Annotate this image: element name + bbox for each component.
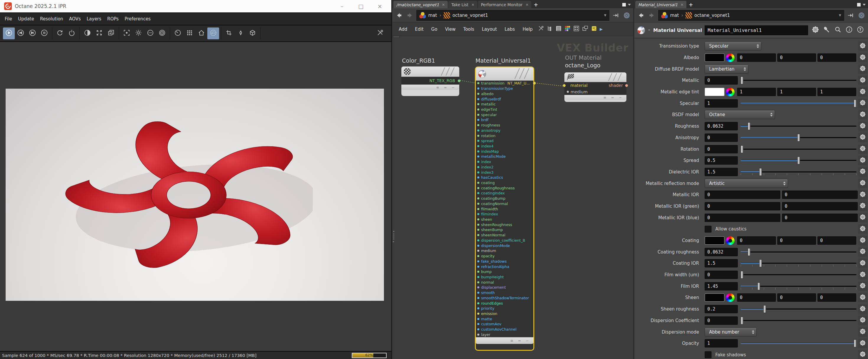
- checkbox[interactable]: [705, 351, 711, 358]
- sticky-note-button[interactable]: [590, 25, 599, 34]
- pane-maximize-icon[interactable]: [857, 3, 861, 6]
- octane-menu-layers[interactable]: Layers: [84, 16, 104, 22]
- slider-handle[interactable]: [741, 77, 743, 84]
- pane-menu-icon[interactable]: [863, 4, 866, 6]
- parameter-menu-button[interactable]: [858, 305, 867, 314]
- slider[interactable]: [741, 99, 857, 108]
- dropdown[interactable]: Artistic: [705, 179, 788, 188]
- network-canvas[interactable]: ▲ ◂▸ VEX Builder Color_RGB1 NT_TEX_RGB ≡…: [393, 36, 633, 359]
- slider[interactable]: [741, 168, 857, 176]
- input-connector[interactable]: [477, 103, 479, 105]
- input-connector[interactable]: [477, 145, 479, 147]
- value-field[interactable]: 0: [705, 133, 738, 142]
- network-menu-labs[interactable]: Labs: [501, 27, 519, 32]
- chevron-down-icon[interactable]: [648, 30, 650, 31]
- parameter-menu-button[interactable]: [858, 190, 867, 200]
- parameter-menu-button[interactable]: [858, 133, 867, 142]
- input-connector[interactable]: [477, 234, 479, 236]
- skip-to-end-button[interactable]: [27, 28, 38, 39]
- input-connector[interactable]: [567, 91, 569, 93]
- parameter-menu-button[interactable]: [858, 87, 867, 97]
- subsample-button[interactable]: [207, 28, 219, 39]
- play-button[interactable]: [3, 28, 15, 39]
- pane-menu-icon[interactable]: [628, 4, 631, 6]
- refresh-button[interactable]: [54, 28, 66, 39]
- new-tab-button[interactable]: +: [687, 1, 695, 8]
- value-field[interactable]: 0: [777, 293, 816, 302]
- focus-region-button[interactable]: [121, 28, 133, 39]
- parameter-menu-button[interactable]: [858, 259, 867, 268]
- slider[interactable]: [741, 282, 857, 291]
- pane-tab[interactable]: /mat/octane_vopnet1×: [393, 1, 448, 8]
- input-connector[interactable]: [477, 281, 479, 283]
- slider[interactable]: [741, 76, 857, 85]
- parameter-menu-button[interactable]: [858, 122, 867, 131]
- slider-handle[interactable]: [764, 305, 766, 313]
- input-connector[interactable]: [477, 203, 479, 205]
- brightness-button[interactable]: [133, 28, 145, 39]
- list-view-button[interactable]: [554, 25, 563, 34]
- network-menu-tools[interactable]: Tools: [460, 27, 478, 32]
- value-field[interactable]: 0: [705, 76, 738, 85]
- slider[interactable]: [741, 316, 857, 325]
- octane-menu-update[interactable]: Update: [15, 16, 37, 22]
- input-connector[interactable]: [477, 119, 479, 121]
- input-connector[interactable]: [477, 312, 479, 315]
- node-name-field[interactable]: Material_Universal1: [705, 25, 808, 35]
- color-palette-button[interactable]: [563, 25, 572, 34]
- value-field[interactable]: 0: [817, 293, 856, 302]
- path-breadcrumb[interactable]: mat › octane_vopnet1 ▼: [416, 10, 609, 21]
- tools-wrench-button[interactable]: [537, 25, 546, 34]
- parameter-menu-button[interactable]: [858, 236, 867, 245]
- parameter-menu-button[interactable]: [858, 53, 867, 62]
- icon-grid-button[interactable]: [572, 25, 581, 34]
- dropdown[interactable]: Abbe number: [705, 328, 757, 336]
- geometry-cube-button[interactable]: [247, 28, 258, 39]
- pane-tab[interactable]: Take List×: [448, 1, 477, 8]
- pin-icon[interactable]: [846, 11, 855, 20]
- output-connector[interactable]: [533, 82, 536, 85]
- slider[interactable]: [741, 156, 857, 165]
- output-connector[interactable]: [625, 84, 628, 87]
- network-menu-view[interactable]: View: [441, 27, 460, 32]
- checkbox[interactable]: [705, 226, 711, 233]
- value-field[interactable]: 0: [737, 54, 776, 62]
- slider[interactable]: [741, 270, 857, 279]
- maximize-icon[interactable]: □: [356, 3, 365, 9]
- pin-icon[interactable]: [611, 11, 620, 20]
- forward-button[interactable]: [647, 11, 656, 20]
- input-connector[interactable]: [477, 218, 479, 220]
- parameter-menu-button[interactable]: [858, 316, 867, 325]
- parameter-menu-button[interactable]: [858, 327, 867, 336]
- input-connector[interactable]: [477, 276, 479, 278]
- render-passes-button[interactable]: [145, 28, 156, 39]
- breadcrumb-vopnet[interactable]: octane_vopnet1: [453, 13, 488, 18]
- value-field[interactable]: 0: [817, 236, 856, 245]
- value-field[interactable]: 0: [705, 317, 738, 325]
- parameter-menu-button[interactable]: [858, 110, 867, 119]
- parameter-menu-button[interactable]: [858, 145, 867, 154]
- input-connector[interactable]: [477, 198, 479, 200]
- slider[interactable]: [741, 122, 857, 130]
- parameter-menu-button[interactable]: [858, 167, 867, 176]
- input-connector[interactable]: [477, 239, 479, 241]
- value-field[interactable]: 0: [737, 293, 776, 302]
- spoon-button[interactable]: [822, 25, 831, 35]
- value-field[interactable]: 1: [817, 88, 856, 96]
- breadcrumb-mat[interactable]: mat: [428, 13, 437, 18]
- clone-window-button[interactable]: [105, 28, 117, 39]
- input-connector[interactable]: [477, 318, 479, 320]
- parameter-menu-button[interactable]: [858, 339, 867, 348]
- gear-flower-button[interactable]: [811, 25, 820, 35]
- parameter-menu-button[interactable]: [858, 156, 867, 165]
- network-menu-add[interactable]: Add: [395, 27, 411, 32]
- octane-menu-preferences[interactable]: Preferences: [122, 16, 154, 22]
- input-connector[interactable]: [477, 297, 479, 299]
- node-octane-logo[interactable]: material shader medium ≡=−: [564, 72, 626, 102]
- parameter-menu-button[interactable]: [858, 99, 867, 108]
- parameter-menu-button[interactable]: [858, 225, 867, 234]
- close-icon[interactable]: ×: [375, 3, 384, 9]
- input-connector[interactable]: [477, 224, 479, 226]
- minimize-icon[interactable]: –: [338, 3, 346, 9]
- parameter-menu-button[interactable]: [858, 64, 867, 73]
